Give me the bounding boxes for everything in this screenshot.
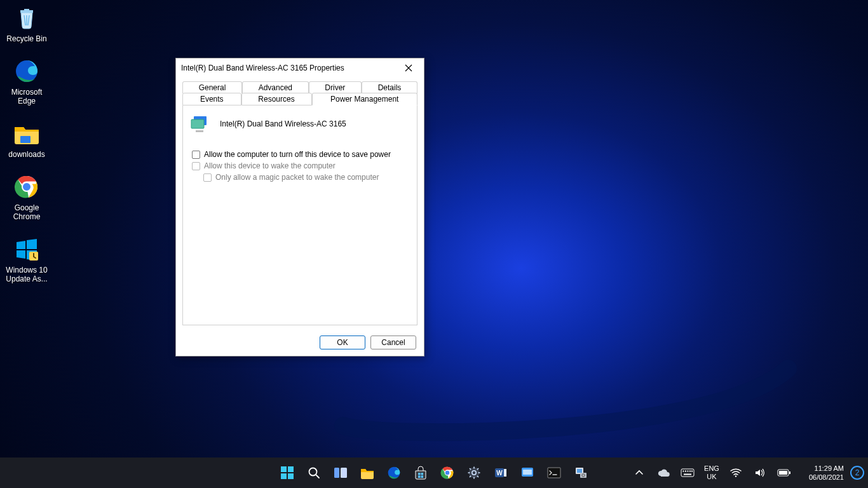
taskbar-taskview[interactable] xyxy=(330,463,351,483)
checkbox-box xyxy=(192,162,200,170)
checkbox-box[interactable] xyxy=(192,151,200,159)
taskbar: W ENG UK xyxy=(0,458,868,488)
tray-onedrive[interactable] xyxy=(653,463,674,483)
dialog-title: Intel(R) Dual Band Wireless-AC 3165 Prop… xyxy=(181,64,344,72)
tray-notif-count: 2 xyxy=(855,468,860,477)
tray-overflow[interactable] xyxy=(629,463,649,483)
tray-clock[interactable]: 11:29 AM 06/08/2021 xyxy=(797,464,846,482)
svg-point-43 xyxy=(735,475,736,477)
desktop-icon-label: downloads xyxy=(3,150,51,159)
desktop-icon-win10-update[interactable]: Windows 10 Update As... xyxy=(3,235,51,283)
tray-keyboard[interactable] xyxy=(677,463,698,483)
svg-rect-33 xyxy=(577,469,582,473)
svg-rect-9 xyxy=(281,466,287,472)
taskbar-word[interactable]: W xyxy=(491,463,511,483)
task-view-icon xyxy=(334,467,348,478)
tray-volume[interactable] xyxy=(750,463,770,483)
svg-rect-11 xyxy=(281,473,287,479)
desktop-icon-chrome[interactable]: Google Chrome xyxy=(3,173,51,221)
tab-row-top: General Advanced Driver Details xyxy=(182,81,417,93)
terminal-icon xyxy=(547,467,561,478)
keyboard-icon xyxy=(681,468,695,477)
dialog-button-row: OK Cancel xyxy=(320,336,416,349)
taskbar-device-manager[interactable] xyxy=(571,463,591,483)
svg-rect-14 xyxy=(334,468,339,478)
wifi-icon xyxy=(730,468,742,477)
desktop-icon-label: Google Chrome xyxy=(3,203,51,221)
gear-icon xyxy=(467,466,481,480)
cloud-icon xyxy=(657,468,670,477)
tab-general[interactable]: General xyxy=(182,81,242,93)
svg-rect-41 xyxy=(691,471,693,472)
start-button[interactable] xyxy=(277,463,297,483)
desktop-icon-edge[interactable]: Microsoft Edge xyxy=(3,57,51,105)
device-manager-icon xyxy=(574,466,588,480)
dialog-titlebar[interactable]: Intel(R) Dual Band Wireless-AC 3165 Prop… xyxy=(176,58,424,78)
desktop-icon-downloads[interactable]: downloads xyxy=(3,119,51,159)
taskbar-store[interactable] xyxy=(410,463,431,483)
taskbar-search[interactable] xyxy=(304,463,324,483)
device-header-row: Intel(R) Dual Band Wireless-AC 3165 xyxy=(189,114,410,133)
chevron-up-icon xyxy=(635,468,644,477)
search-icon xyxy=(308,466,320,479)
tray-lang-bottom: UK xyxy=(700,473,723,481)
tray-notifications[interactable]: 2 xyxy=(850,466,864,480)
checkbox-allow-turnoff[interactable]: Allow the computer to turn off this devi… xyxy=(192,150,410,159)
tray-language[interactable]: ENG UK xyxy=(700,464,723,481)
cancel-button[interactable]: Cancel xyxy=(370,336,416,349)
svg-rect-37 xyxy=(683,471,684,472)
svg-rect-15 xyxy=(341,468,347,478)
desktop-icon-recycle-bin[interactable]: Recycle Bin xyxy=(3,4,51,43)
svg-rect-18 xyxy=(421,473,424,475)
tab-driver[interactable]: Driver xyxy=(309,81,362,93)
taskbar-settings[interactable] xyxy=(464,463,484,483)
tray-date: 06/08/2021 xyxy=(797,473,844,482)
tab-power-management[interactable]: Power Management xyxy=(312,93,418,105)
tray-battery[interactable] xyxy=(774,463,794,483)
checkbox-allow-wake: Allow this device to wake the computer xyxy=(192,161,410,170)
svg-rect-39 xyxy=(688,471,689,472)
store-icon xyxy=(414,466,428,480)
checkbox-label: Allow the computer to turn off this devi… xyxy=(204,150,391,159)
desktop-icons: Recycle Bin Microsoft Edge downloads Goo… xyxy=(3,4,53,297)
app-icon xyxy=(520,466,534,480)
svg-rect-31 xyxy=(548,468,560,478)
svg-rect-30 xyxy=(523,470,532,475)
tray-wifi[interactable] xyxy=(726,463,746,483)
folder-icon xyxy=(13,119,41,147)
taskbar-app-generic[interactable] xyxy=(517,463,538,483)
desktop-icon-label: Microsoft Edge xyxy=(3,88,51,105)
device-name: Intel(R) Dual Band Wireless-AC 3165 xyxy=(220,119,346,128)
taskbar-chrome[interactable] xyxy=(437,463,458,483)
tab-body: Intel(R) Dual Band Wireless-AC 3165 Allo… xyxy=(182,105,417,325)
windows-start-icon xyxy=(280,466,294,480)
volume-icon xyxy=(754,468,766,477)
svg-rect-38 xyxy=(685,471,686,472)
system-tray: ENG UK 11:29 AM 06/08/2021 2 xyxy=(628,458,864,488)
ok-button[interactable]: OK xyxy=(320,336,365,349)
file-explorer-icon xyxy=(360,466,375,479)
checkbox-label: Only allow a magic packet to wake the co… xyxy=(215,173,379,182)
checkbox-magic-packet: Only allow a magic packet to wake the co… xyxy=(203,173,410,182)
taskbar-explorer[interactable] xyxy=(357,463,377,483)
close-button[interactable] xyxy=(395,59,423,77)
desktop: Recycle Bin Microsoft Edge downloads Goo… xyxy=(0,0,868,488)
svg-rect-19 xyxy=(418,476,421,478)
svg-rect-7 xyxy=(191,119,204,128)
tray-lang-top: ENG xyxy=(700,464,723,473)
svg-rect-12 xyxy=(288,473,294,479)
checkbox-label: Allow this device to wake the computer xyxy=(204,161,336,170)
taskbar-edge[interactable] xyxy=(384,463,404,483)
tab-details[interactable]: Details xyxy=(362,81,417,93)
tab-resources[interactable]: Resources xyxy=(241,93,312,105)
taskbar-center: W xyxy=(276,458,592,488)
taskbar-terminal[interactable] xyxy=(544,463,564,483)
svg-rect-20 xyxy=(421,476,424,478)
chrome-icon xyxy=(440,466,454,480)
windows-update-icon xyxy=(13,235,41,263)
recycle-bin-icon xyxy=(13,4,41,32)
tab-events[interactable]: Events xyxy=(182,93,241,105)
svg-rect-1 xyxy=(20,136,31,143)
tab-advanced[interactable]: Advanced xyxy=(242,81,309,93)
close-icon xyxy=(405,64,412,72)
